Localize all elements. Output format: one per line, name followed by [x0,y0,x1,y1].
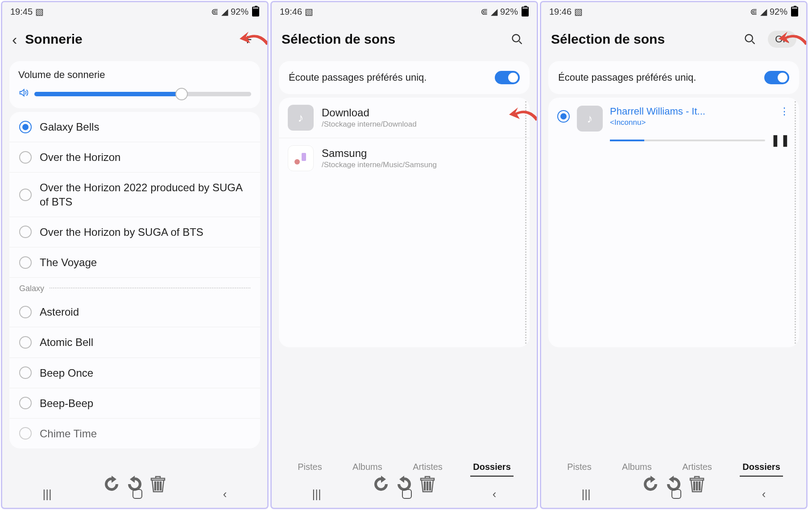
radio-icon[interactable] [19,226,32,238]
battery-icon [522,7,529,16]
toggle-label: Écoute passages préférés uniq. [558,72,696,83]
toggle-card: Écoute passages préférés uniq. [279,61,530,94]
section-header: Galaxy [9,278,260,297]
home-button[interactable] [671,489,681,499]
system-nav: ||| ‹ [2,480,267,508]
back-button[interactable]: ‹ [12,31,17,48]
battery-icon [791,7,798,16]
radio-icon[interactable] [19,366,32,379]
radio-icon[interactable] [19,151,32,164]
folder-list: ♪ Download /Stockage interne/Download Sa… [279,98,530,347]
ringtone-item[interactable]: Over the Horizon 2022 produced by SUGA o… [9,173,260,217]
status-time: 19:46 [549,7,572,17]
ringtone-item[interactable]: Chime Time [9,419,260,448]
header: Sélection de sons OK [541,21,806,58]
folder-item-download[interactable]: ♪ Download /Stockage interne/Download [279,98,530,138]
status-bar: 19:46 ▧ ⋐ ◢ 92% [541,2,806,21]
header: Sélection de sons [272,21,537,58]
sound-icon [18,88,28,100]
signal-icon: ◢ [221,6,228,17]
radio-icon[interactable] [19,306,32,318]
ringtone-item[interactable]: Over the Horizon by SUGA of BTS [9,217,260,247]
scrollbar[interactable] [525,101,527,344]
battery-percent: 92% [770,7,787,17]
folder-item-samsung[interactable]: Samsung /Stockage interne/Music/Samsung [279,138,530,178]
recents-button[interactable]: ||| [312,487,321,501]
toggle-label: Écoute passages préférés uniq. [289,72,427,83]
scrollbar[interactable] [795,101,796,344]
highlights-toggle[interactable] [495,71,520,84]
track-title: Pharrell Williams - It... [610,106,705,117]
status-time: 19:46 [280,7,302,17]
highlights-toggle[interactable] [764,71,789,84]
page-title: Sonnerie [25,32,230,47]
search-button[interactable] [740,29,760,49]
battery-percent: 92% [231,7,249,17]
status-bar: 19:45 ▧ ⋐ ◢ 92% [2,2,267,21]
music-icon: ♪ [577,106,603,132]
radio-icon[interactable] [19,189,32,201]
radio-icon[interactable] [19,256,32,269]
status-time: 19:45 [10,7,33,17]
back-nav-button[interactable]: ‹ [493,487,497,501]
tab-dossiers[interactable]: Dossiers [740,458,783,477]
ringtone-item[interactable]: Asteroid [9,297,260,327]
recents-button[interactable]: ||| [582,487,591,501]
toggle-card: Écoute passages préférés uniq. [548,61,799,94]
track-artist: <Inconnu> [610,118,705,127]
notification-icon: ▧ [305,6,313,17]
tutorial-arrow-icon [507,101,538,132]
radio-icon[interactable] [19,121,32,133]
tutorial-arrow-icon [238,25,269,57]
header: ‹ Sonnerie + [2,21,267,58]
more-button[interactable]: ⋮ [779,106,790,117]
signal-icon: ◢ [760,6,767,17]
battery-icon [252,7,259,16]
ringtone-item[interactable]: Beep Once [9,358,260,388]
system-nav: ||| ‹ [272,480,537,508]
phone-screen-2: 19:46 ▧ ⋐ ◢ 92% Sélection de sons Écoute… [270,1,538,509]
battery-percent: 92% [500,7,518,17]
radio-icon[interactable] [19,397,32,409]
page-title: Sélection de sons [551,32,732,47]
tab-dossiers[interactable]: Dossiers [470,458,514,477]
svg-point-1 [294,159,300,165]
ringtone-item[interactable]: Galaxy Bells [9,112,260,142]
ringtone-item[interactable]: The Voyage [9,247,260,278]
phone-screen-3: 19:46 ▧ ⋐ ◢ 92% Sélection de sons OK Éco… [540,1,808,509]
notification-icon: ▧ [35,6,44,17]
phone-screen-1: 19:45 ▧ ⋐ ◢ 92% ‹ Sonnerie + Volume de s… [1,1,269,509]
wifi-icon: ⋐ [481,6,488,17]
notification-icon: ▧ [574,6,583,17]
volume-label: Volume de sonnerie [18,69,251,81]
music-folder-icon: ♪ [288,105,314,131]
ringtone-list: Galaxy Bells Over the Horizon Over the H… [9,112,260,448]
search-button[interactable] [507,29,527,49]
back-nav-button[interactable]: ‹ [762,487,766,501]
ringtone-item[interactable]: Over the Horizon [9,142,260,173]
status-bar: 19:46 ▧ ⋐ ◢ 92% [272,2,537,21]
album-art-icon [288,145,314,171]
home-button[interactable] [133,489,142,499]
svg-rect-2 [302,153,306,161]
radio-icon[interactable] [19,427,32,440]
ringtone-item[interactable]: Beep-Beep [9,388,260,419]
ringtone-item[interactable]: Atomic Bell [9,327,260,358]
back-nav-button[interactable]: ‹ [223,487,227,501]
playback-progress[interactable] [610,140,765,141]
signal-icon: ◢ [491,6,497,17]
track-list: ♪ Pharrell Williams - It... <Inconnu> ⋮ … [548,98,799,347]
wifi-icon: ⋐ [211,6,219,17]
wifi-icon: ⋐ [750,6,758,17]
svg-point-0 [513,35,520,42]
radio-icon[interactable] [19,336,32,349]
tab-pistes[interactable]: Pistes [564,458,594,477]
track-item[interactable]: ♪ Pharrell Williams - It... <Inconnu> ⋮ … [548,98,799,155]
tab-pistes[interactable]: Pistes [295,458,324,477]
pause-button[interactable]: ❚❚ [771,133,790,147]
recents-button[interactable]: ||| [43,487,52,501]
home-button[interactable] [402,489,412,499]
svg-point-3 [746,35,753,42]
volume-slider[interactable] [34,92,251,96]
radio-icon[interactable] [557,110,570,123]
